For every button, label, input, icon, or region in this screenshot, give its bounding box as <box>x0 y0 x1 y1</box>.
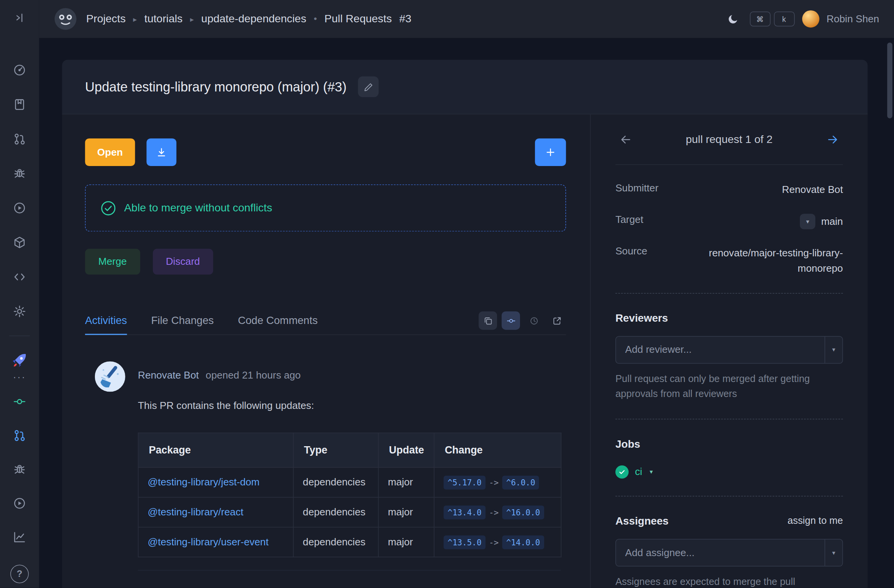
diff-button[interactable] <box>479 311 497 330</box>
settings-icon <box>13 304 27 318</box>
breadcrumb-chevron-icon: ▸ <box>190 15 194 23</box>
arrow-right-icon <box>826 133 839 146</box>
download-icon <box>156 146 167 158</box>
sidebar-project-nav <box>8 390 31 549</box>
project-item-issues[interactable] <box>8 458 31 481</box>
sidebar-item-packages[interactable] <box>8 231 31 254</box>
tab-code-comments[interactable]: Code Comments <box>238 307 318 334</box>
history-button[interactable] <box>525 311 543 330</box>
breadcrumb-project[interactable]: tutorials <box>145 13 183 25</box>
project-more-menu[interactable]: ··· <box>13 372 26 383</box>
updates-table: Package Type Update Change @testing-libr… <box>138 433 562 557</box>
job-ci-row[interactable]: ci ▾ <box>615 465 843 478</box>
section-divider <box>615 293 843 293</box>
job-name: ci <box>635 466 642 478</box>
submitter-value[interactable]: Renovate Bot <box>782 182 843 198</box>
package-link[interactable]: @testing-library/react <box>148 506 243 518</box>
broom-avatar-icon <box>95 361 125 392</box>
edit-title-button[interactable] <box>358 76 379 97</box>
target-branch-dropdown[interactable]: ▾ <box>800 214 815 229</box>
diff-icon <box>483 316 493 326</box>
dep-type: dependencies <box>293 467 378 497</box>
theme-toggle-button[interactable] <box>724 10 742 28</box>
col-type: Type <box>293 433 378 467</box>
dep-type: dependencies <box>293 527 378 557</box>
onedev-logo-icon <box>54 7 77 30</box>
sidebar-item-pull-requests[interactable] <box>8 128 31 151</box>
sidebar-item-issues[interactable] <box>8 162 31 185</box>
assign-to-me-link[interactable]: assign to me <box>788 515 843 527</box>
rocket-icon <box>11 352 28 369</box>
sidebar-item-docs[interactable] <box>8 93 31 116</box>
add-assignee-select[interactable]: Add assignee... ▾ <box>615 539 843 567</box>
add-reviewer-select[interactable]: Add reviewer... ▾ <box>615 336 843 364</box>
docs-icon <box>13 98 27 111</box>
sidebar-item-builds[interactable] <box>8 196 31 219</box>
pager-label: pull request 1 of 2 <box>636 133 822 146</box>
help-button[interactable]: ? <box>10 565 29 583</box>
plus-icon <box>545 146 556 158</box>
sidebar-item-dashboard[interactable] <box>8 58 31 81</box>
reviewers-hint: Pull request can only be merged after ge… <box>615 372 843 402</box>
job-success-icon <box>615 465 628 478</box>
pull-request-card: Update testing-library monorepo (major) … <box>62 60 867 588</box>
sidebar-main-nav <box>8 58 31 323</box>
chevron-down-icon: ▾ <box>650 468 653 476</box>
chart-icon <box>13 530 27 544</box>
submitter-label: Submitter <box>615 182 658 194</box>
bug-icon <box>13 462 27 476</box>
package-link[interactable]: @testing-library/jest-dom <box>148 476 259 488</box>
pull-request-icon <box>13 429 27 442</box>
breadcrumb-pr-number[interactable]: #3 <box>399 13 412 25</box>
activity-intro-text: This PR contains the following updates: <box>138 400 566 412</box>
merge-button[interactable]: Merge <box>85 249 140 274</box>
add-button[interactable] <box>535 138 566 166</box>
activity-timestamp: opened 21 hours ago <box>206 369 301 381</box>
header-actions: ⌘ k Robin Shen <box>724 10 879 28</box>
open-in-new-button[interactable] <box>548 311 566 330</box>
project-item-builds[interactable] <box>8 492 31 515</box>
breadcrumb-section[interactable]: Pull Requests <box>324 13 392 25</box>
app-logo[interactable] <box>54 7 77 30</box>
pull-request-icon <box>13 132 27 146</box>
update-kind: major <box>378 527 434 557</box>
help-icon: ? <box>17 569 23 579</box>
next-pr-button[interactable] <box>822 129 843 150</box>
breadcrumb-dot-icon: • <box>314 14 317 24</box>
previous-pr-button[interactable] <box>615 129 636 150</box>
command-palette-shortcut[interactable]: ⌘ k <box>749 12 794 27</box>
col-change: Change <box>434 433 561 467</box>
package-link[interactable]: @testing-library/user-event <box>148 536 268 548</box>
version-from: ^13.5.0 <box>444 535 485 549</box>
col-package: Package <box>138 433 294 467</box>
reviewers-title: Reviewers <box>615 312 843 324</box>
activity-author-link[interactable]: Renovate Bot <box>138 369 199 381</box>
commits-button[interactable] <box>502 311 520 330</box>
breadcrumb-repo[interactable]: update-dependencies <box>201 13 306 25</box>
user-name[interactable]: Robin Shen <box>827 13 879 25</box>
submitter-field: Submitter Renovate Bot <box>615 182 843 198</box>
sidebar-expand-button[interactable] <box>8 6 31 29</box>
tab-file-changes[interactable]: File Changes <box>151 307 214 334</box>
project-avatar-tutorials[interactable] <box>8 349 31 372</box>
arrow-left-icon <box>620 133 632 146</box>
source-branch-name[interactable]: renovate/major-testing-library-monorepo <box>671 246 843 277</box>
project-item-pull-requests[interactable] <box>8 424 31 447</box>
tab-activities[interactable]: Activities <box>85 307 127 334</box>
sidebar-item-code[interactable] <box>8 266 31 289</box>
assignees-header: Assignees assign to me <box>615 515 843 528</box>
add-reviewer-placeholder: Add reviewer... <box>616 344 825 355</box>
chevron-down-icon: ▾ <box>832 549 835 556</box>
update-kind: major <box>378 497 434 527</box>
project-item-commits[interactable] <box>8 390 31 413</box>
discard-button[interactable]: Discard <box>153 249 213 274</box>
renovate-bot-avatar[interactable] <box>95 361 125 392</box>
project-item-statistics[interactable] <box>8 526 31 549</box>
version-change: ^5.17.0->^6.0.0 <box>434 467 561 497</box>
breadcrumb-projects[interactable]: Projects <box>86 13 126 25</box>
user-avatar[interactable] <box>802 10 819 28</box>
download-patch-button[interactable] <box>146 138 176 166</box>
sidebar-item-settings[interactable] <box>8 300 31 323</box>
play-icon <box>13 497 27 510</box>
page-scrollbar-thumb[interactable] <box>887 43 892 118</box>
